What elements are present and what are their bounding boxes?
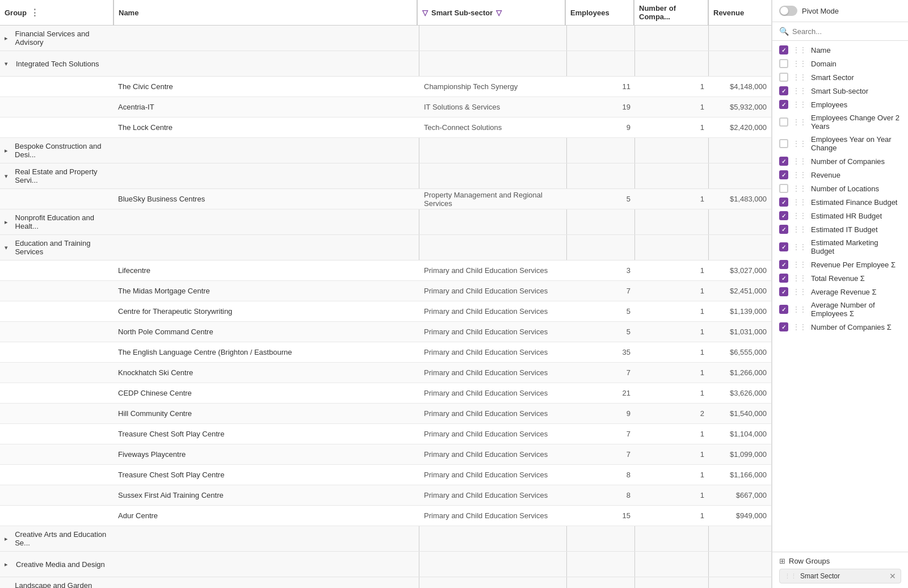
column-item[interactable]: ⋮⋮Employees Change Over 2 Years	[772, 111, 908, 133]
collapse-icon[interactable]: ▾	[5, 173, 11, 180]
group-row[interactable]: ▾Integrated Tech Solutions	[0, 51, 771, 77]
drag-handle-icon[interactable]: ⋮⋮	[793, 184, 806, 192]
column-item[interactable]: ⋮⋮Domain	[772, 57, 908, 70]
expand-icon[interactable]: ▸	[5, 535, 11, 543]
cell-employees: 9	[567, 409, 635, 418]
collapse-icon[interactable]: ▾	[5, 60, 12, 68]
column-checkbox[interactable]	[779, 86, 788, 95]
search-input[interactable]	[792, 27, 901, 36]
group-row[interactable]: ▸Bespoke Construction and Desi...	[0, 138, 771, 163]
expand-icon[interactable]: ▸	[5, 35, 12, 42]
group-row[interactable]: ▾Education and Training Services	[0, 235, 771, 261]
subsector-filter-icon[interactable]: ▽	[422, 9, 428, 17]
column-item[interactable]: ⋮⋮Estimated Finance Budget	[772, 195, 908, 209]
drag-handle-icon[interactable]: ⋮⋮	[793, 225, 806, 233]
column-checkbox[interactable]	[779, 274, 788, 283]
column-checkbox[interactable]	[779, 305, 788, 314]
column-checkbox[interactable]	[779, 242, 788, 251]
drag-handle-icon[interactable]: ⋮⋮	[793, 46, 806, 54]
cell-employees: 8	[567, 491, 635, 499]
drag-handle-icon[interactable]: ⋮⋮	[793, 288, 806, 296]
expand-icon[interactable]: ▸	[5, 147, 11, 154]
drag-handle-icon[interactable]: ⋮⋮	[793, 198, 806, 206]
cell-employees: 11	[567, 82, 635, 91]
drag-handle-icon[interactable]: ⋮⋮	[793, 243, 806, 251]
pivot-mode-toggle[interactable]	[779, 6, 797, 16]
column-item[interactable]: ⋮⋮Smart Sector	[772, 70, 908, 84]
group-row[interactable]: ▸Financial Services and Advisory	[0, 26, 771, 51]
column-item[interactable]: ⋮⋮Number of Locations	[772, 182, 908, 195]
name-header-label: Name	[119, 9, 138, 17]
group-menu-icon[interactable]: ⋮	[30, 7, 40, 18]
column-checkbox[interactable]	[779, 59, 788, 68]
column-item[interactable]: ⋮⋮Number of Companies	[772, 154, 908, 168]
column-item[interactable]: ⋮⋮Revenue Per Employee Σ	[772, 258, 908, 271]
column-checkbox[interactable]	[779, 198, 788, 207]
drag-handle-icon[interactable]: ⋮⋮	[793, 140, 806, 148]
column-item[interactable]: ⋮⋮Employees	[772, 98, 908, 111]
column-checkbox[interactable]	[779, 170, 788, 179]
table-row: CEDP Chinese CentrePrimary and Child Edu…	[0, 383, 771, 404]
drag-handle-icon[interactable]: ⋮⋮	[793, 305, 806, 313]
group-expand-cell: ▾Real Estate and Property Servi...	[0, 167, 114, 184]
drag-handle-icon[interactable]: ⋮⋮	[793, 157, 806, 165]
drag-handle-icon[interactable]: ⋮⋮	[793, 87, 806, 95]
cell-subsector: Primary and Child Education Services	[419, 389, 567, 397]
column-checkbox[interactable]	[779, 211, 788, 220]
column-item[interactable]: ⋮⋮Estimated HR Budget	[772, 209, 908, 222]
group-row[interactable]: ▸Landscape and Garden Services	[0, 577, 771, 588]
drag-handle-icon[interactable]: ⋮⋮	[793, 261, 806, 268]
column-checkbox[interactable]	[779, 184, 788, 193]
expand-icon[interactable]: ▸	[5, 219, 12, 226]
column-checkbox[interactable]	[779, 117, 788, 127]
column-item[interactable]: ⋮⋮Average Number of Employees Σ	[772, 299, 908, 320]
cell-employees: 21	[567, 389, 635, 397]
cell-subsector: Primary and Child Education Services	[419, 348, 567, 356]
group-row[interactable]: ▾Real Estate and Property Servi...	[0, 163, 771, 189]
column-item[interactable]: ⋮⋮Estimated IT Budget	[772, 222, 908, 236]
expand-icon[interactable]: ▸	[5, 561, 12, 568]
drag-handle-icon[interactable]: ⋮⋮	[793, 118, 806, 126]
column-checkbox[interactable]	[779, 287, 788, 296]
column-item[interactable]: ⋮⋮Total Revenue Σ	[772, 271, 908, 285]
cell-num-companies: 1	[635, 511, 709, 520]
drag-handle-icon[interactable]: ⋮⋮	[793, 323, 806, 331]
expand-icon[interactable]: ▸	[5, 586, 11, 589]
subsector-sort-icon[interactable]: ▽	[496, 9, 502, 17]
column-checkbox[interactable]	[779, 157, 788, 166]
column-checkbox[interactable]	[779, 322, 788, 331]
drag-handle-icon[interactable]: ⋮⋮	[793, 60, 806, 68]
column-checkbox[interactable]	[779, 225, 788, 234]
column-checkbox[interactable]	[779, 45, 788, 54]
column-item[interactable]: ⋮⋮Number of Companies Σ	[772, 320, 908, 334]
column-item[interactable]: ⋮⋮Revenue	[772, 168, 908, 182]
cell-subsector: Primary and Child Education Services	[419, 450, 567, 459]
column-checkbox[interactable]	[779, 73, 788, 82]
group-row[interactable]: ▸Creative Arts and Education Se...	[0, 526, 771, 552]
group-label: Integrated Tech Solutions	[16, 60, 99, 68]
chip-close-button[interactable]: ✕	[889, 572, 896, 581]
group-row[interactable]: ▸Nonprofit Education and Healt...	[0, 209, 771, 235]
drag-handle-icon[interactable]: ⋮⋮	[793, 100, 806, 108]
drag-handle-icon[interactable]: ⋮⋮	[793, 274, 806, 282]
group-label: Nonprofit Education and Healt...	[15, 213, 109, 230]
column-checkbox[interactable]	[779, 100, 788, 109]
column-checkbox[interactable]	[779, 139, 788, 148]
column-checkbox[interactable]	[779, 260, 788, 269]
column-item[interactable]: ⋮⋮Estimated Marketing Budget	[772, 236, 908, 258]
column-item[interactable]: ⋮⋮Employees Year on Year Change	[772, 133, 908, 154]
table-row: The Midas Mortgage CentrePrimary and Chi…	[0, 281, 771, 301]
search-icon: 🔍	[779, 27, 789, 36]
cell-employees: 3	[567, 266, 635, 275]
drag-handle-icon[interactable]: ⋮⋮	[793, 212, 806, 220]
numcompanies-header-label: Number of Compa...	[639, 4, 703, 21]
drag-handle-icon[interactable]: ⋮⋮	[793, 73, 806, 81]
chip-drag-icon[interactable]: ⋮⋮	[784, 573, 797, 580]
column-item[interactable]: ⋮⋮Average Revenue Σ	[772, 285, 908, 299]
group-row[interactable]: ▸Creative Media and Design	[0, 552, 771, 577]
column-item[interactable]: ⋮⋮Name	[772, 43, 908, 57]
drag-handle-icon[interactable]: ⋮⋮	[793, 171, 806, 179]
column-item[interactable]: ⋮⋮Smart Sub-sector	[772, 84, 908, 98]
collapse-icon[interactable]: ▾	[5, 244, 11, 251]
main-table-area: Group ⋮ Name ▽ Smart Sub-sector ▽ Employ…	[0, 0, 772, 588]
